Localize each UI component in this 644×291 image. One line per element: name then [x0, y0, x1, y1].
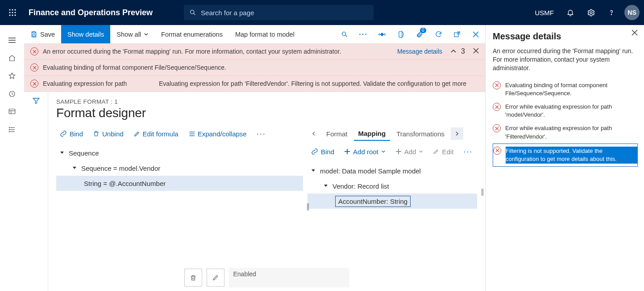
global-search[interactable]: Search for a page — [184, 5, 374, 20]
message-text: Error while evaluating expression for pa… — [505, 124, 638, 140]
message-item[interactable]: Error while evaluating expression for pa… — [493, 122, 638, 143]
unbind-button[interactable]: Unbind — [89, 127, 127, 141]
toolbar-attachments-button[interactable]: 0 — [410, 25, 429, 44]
tab-mapping[interactable]: Mapping — [354, 127, 391, 141]
gear-icon — [587, 8, 595, 17]
chevron-down-icon — [419, 149, 423, 154]
svg-rect-27 — [33, 34, 35, 36]
tree-node-model[interactable]: model: Data model Sample model — [307, 163, 477, 178]
nav-home[interactable] — [3, 49, 21, 67]
error-icon — [493, 81, 501, 89]
show-all-button[interactable]: Show all — [110, 25, 155, 43]
message-item-selected[interactable]: Filtering is not supported. Validate the… — [493, 143, 638, 167]
right-overflow-button[interactable]: ··· — [460, 147, 476, 156]
pencil-icon — [433, 148, 439, 155]
tree-node-string[interactable]: String = @.AccountNumber — [56, 176, 303, 191]
svg-rect-32 — [383, 33, 386, 35]
action-bar: Save Show details Show all Format enumer… — [24, 25, 485, 44]
error-icon — [30, 63, 38, 72]
message-text: Evaluating binding of format component F… — [505, 81, 638, 97]
message-text: Filtering is not supported. Validate the… — [506, 147, 637, 164]
filter-button[interactable] — [32, 97, 40, 291]
bind-button[interactable]: Bind — [307, 144, 338, 159]
add-root-button[interactable]: Add root — [341, 144, 389, 159]
toolbar-search-button[interactable] — [335, 25, 354, 44]
diamond-icon — [378, 30, 386, 38]
svg-rect-17 — [9, 109, 15, 114]
notifications-button[interactable] — [560, 0, 581, 25]
plus-icon — [344, 148, 350, 155]
settings-button[interactable] — [581, 0, 601, 25]
edit-button-bottom[interactable] — [207, 269, 224, 287]
user-avatar[interactable]: NS — [624, 5, 640, 20]
tab-scroll-left[interactable] — [307, 127, 320, 140]
panel-close-button[interactable] — [632, 30, 638, 38]
svg-point-0 — [9, 9, 10, 10]
save-button[interactable]: Save — [24, 25, 61, 43]
toolbar-office-button[interactable] — [391, 25, 410, 44]
toolbar-popout-button[interactable] — [448, 25, 466, 44]
app-launcher-button[interactable] — [0, 0, 25, 25]
toolbar-options-button[interactable] — [373, 25, 391, 44]
link-icon — [60, 130, 67, 137]
error-dismiss-button[interactable] — [473, 48, 479, 55]
toolbar-close-button[interactable] — [466, 25, 485, 44]
enabled-field[interactable]: Enabled — [229, 268, 349, 287]
tree-node-sequence[interactable]: Sequence — [56, 145, 303, 160]
nav-workspaces[interactable] — [3, 103, 21, 121]
svg-point-6 — [9, 14, 10, 16]
waffle-icon — [8, 8, 17, 17]
delete-button[interactable] — [184, 269, 202, 287]
home-icon — [8, 54, 16, 62]
chevron-down-icon — [144, 32, 149, 37]
message-details-panel: Message details An error occurred during… — [486, 25, 644, 291]
svg-rect-26 — [33, 32, 35, 33]
nav-favorites[interactable] — [3, 67, 21, 85]
tab-transformations[interactable]: Transformations — [392, 127, 449, 140]
tree-node-sequence-vendor[interactable]: Sequence = model.Vendor — [56, 160, 303, 176]
search-icon — [189, 9, 196, 16]
pencil-icon — [212, 274, 219, 281]
edit-button[interactable]: Edit — [429, 144, 457, 159]
tree-node-accountnumber[interactable]: AccountNumber: String — [307, 194, 477, 209]
caret-icon — [59, 150, 65, 156]
right-edge-splitter[interactable]: ‖ — [480, 186, 485, 198]
show-details-button[interactable]: Show details — [61, 25, 110, 43]
svg-point-23 — [9, 127, 10, 128]
attachments-count: 0 — [420, 28, 426, 33]
nav-modules[interactable] — [3, 121, 21, 139]
app-header: Finance and Operations Preview Search fo… — [0, 0, 644, 25]
message-item[interactable]: Evaluating binding of format component F… — [493, 79, 638, 100]
format-enumerations-button[interactable]: Format enumerations — [155, 25, 229, 43]
tree-node-vendor[interactable]: Vendor: Record list — [307, 178, 477, 194]
svg-point-24 — [9, 129, 10, 130]
save-icon — [30, 31, 37, 38]
svg-line-29 — [345, 35, 347, 37]
bind-button[interactable]: Bind — [56, 127, 87, 141]
pane-splitter[interactable]: ‖ — [306, 200, 310, 212]
message-item[interactable]: Error while evaluating expression for pa… — [493, 100, 638, 122]
save-label: Save — [40, 31, 55, 38]
left-overflow-button[interactable]: ··· — [253, 129, 270, 139]
expand-collapse-button[interactable]: Expand/collapse — [185, 127, 250, 141]
toolbar-overflow-button[interactable]: ··· — [354, 25, 373, 44]
map-format-button[interactable]: Map format to model — [229, 25, 301, 43]
tab-scroll-right[interactable] — [451, 127, 463, 140]
message-details-link[interactable]: Message details — [397, 48, 442, 55]
company-picker[interactable]: USMF — [529, 0, 561, 25]
nav-recent[interactable] — [3, 85, 21, 103]
list-icon — [8, 126, 16, 134]
plus-icon — [395, 148, 402, 155]
bottom-toolbar: Enabled — [48, 264, 485, 291]
search-icon — [341, 31, 348, 38]
add-button[interactable]: Add — [392, 144, 427, 159]
help-button[interactable] — [601, 0, 622, 25]
error-collapse-button[interactable] — [450, 48, 457, 55]
error-text: Evaluating expression for path 'Filtered… — [159, 80, 479, 87]
edit-formula-button[interactable]: Edit formula — [130, 127, 182, 141]
link-icon — [311, 148, 318, 155]
popout-icon — [453, 31, 461, 38]
nav-toggle-button[interactable] — [3, 31, 21, 49]
toolbar-refresh-button[interactable] — [429, 25, 448, 44]
tab-format[interactable]: Format — [322, 127, 352, 140]
